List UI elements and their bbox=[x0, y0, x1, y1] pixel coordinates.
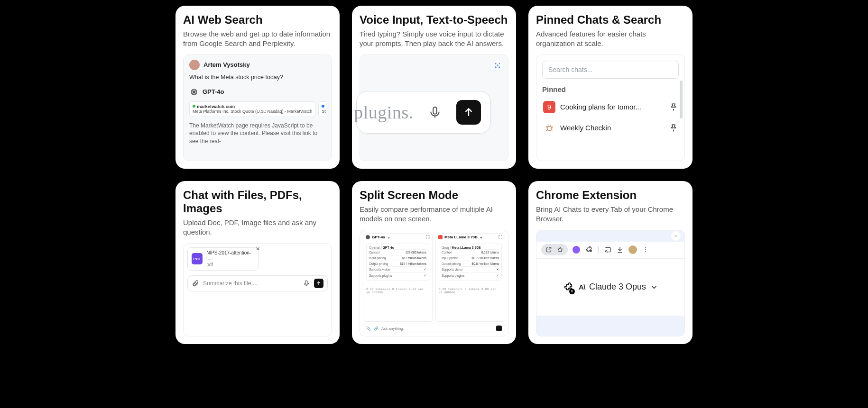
microphone-icon[interactable] bbox=[303, 280, 310, 287]
chat-provider-icon: 9 bbox=[543, 101, 555, 113]
chat-title: Weekly Checkin bbox=[560, 124, 665, 132]
svg-point-7 bbox=[645, 251, 646, 252]
card-title: AI Web Search bbox=[183, 13, 332, 27]
chat-title: Cooking plans for tomor... bbox=[560, 103, 665, 111]
token-stats: 0.00 tokens/s 0 tokens 0.00 sec ¢0.00000… bbox=[436, 286, 505, 295]
card-desc: Browse the web and get up to date inform… bbox=[183, 29, 332, 49]
token-stats: 0.00 tokens/s 0 tokens 0.00 sec ¢0.00000… bbox=[363, 286, 432, 295]
model-selector[interactable]: GPT-4o⌄ ⛶ bbox=[363, 234, 432, 241]
composer-placeholder: Summarize this file.... bbox=[203, 280, 299, 287]
capture-icon[interactable] bbox=[492, 60, 503, 71]
browser-toolbar: | bbox=[536, 242, 684, 259]
card-title: Split Screen Mode bbox=[360, 189, 508, 202]
model-info-box: Groq / Meta LLama 3 70B Context8,192 tok… bbox=[439, 244, 502, 281]
response-text: The MarketWatch page requires JavaScript… bbox=[189, 122, 326, 145]
voice-preview: plugins. bbox=[360, 54, 508, 162]
source-dot-icon bbox=[322, 105, 324, 108]
chevron-down-icon[interactable] bbox=[671, 231, 681, 241]
search-input[interactable]: Search chats... bbox=[542, 61, 679, 79]
svg-point-6 bbox=[645, 249, 646, 250]
user-question: What is the Meta stock price today? bbox=[189, 74, 326, 81]
pin-icon[interactable] bbox=[669, 103, 678, 111]
list-item[interactable]: Weekly Checkin bbox=[542, 119, 679, 137]
card-desc: Tired typing? Simply use voice input to … bbox=[360, 29, 508, 49]
chrome-preview: | 0 A\ Claude 3 Opus bbox=[536, 230, 685, 337]
model-selector[interactable]: Meta LLama 3 70B⌄ ⛶ bbox=[436, 234, 505, 241]
split-preview: GPT-4o⌄ ⛶ Openai / GPT-4o Context128,000… bbox=[360, 230, 508, 337]
file-chip[interactable]: PDF NIPS-2017-attention-i... pdf ✕ bbox=[187, 247, 259, 271]
card-desc: Advanced features for easier chats organ… bbox=[536, 29, 685, 49]
avatar[interactable] bbox=[628, 245, 637, 254]
paperclip-icon[interactable]: 📎 bbox=[366, 326, 371, 331]
scrollbar[interactable] bbox=[680, 81, 683, 118]
paperclip-icon[interactable] bbox=[192, 280, 199, 287]
openai-icon bbox=[366, 235, 370, 239]
search-placeholder: Search chats... bbox=[548, 66, 592, 73]
more-icon[interactable] bbox=[642, 246, 649, 254]
card-chat-with-files: Chat with Files, PDFs, Images Upload Doc… bbox=[175, 181, 340, 344]
expand-icon[interactable]: ⛶ bbox=[499, 235, 502, 239]
card-chrome-extension: Chrome Extension Bring AI Chats to every… bbox=[528, 181, 693, 344]
user-name: Artem Vysotsky bbox=[203, 61, 250, 68]
groq-icon bbox=[438, 235, 443, 239]
open-icon[interactable] bbox=[545, 246, 553, 254]
cast-icon[interactable] bbox=[604, 246, 611, 254]
pinned-preview: Search chats... Pinned 9 Cooking plans f… bbox=[536, 54, 685, 162]
pin-icon[interactable] bbox=[669, 124, 678, 132]
ai-search-preview: Artem Vysotsky What is the Meta stock pr… bbox=[183, 54, 332, 162]
card-title: Pinned Chats & Search bbox=[536, 13, 685, 27]
anthropic-icon: A\ bbox=[579, 283, 585, 291]
pdf-icon: PDF bbox=[192, 253, 203, 264]
avatar bbox=[189, 60, 200, 70]
chevron-down-icon bbox=[650, 283, 658, 291]
card-title: Voice Input, Text-to-Speech bbox=[360, 13, 508, 27]
source-dot-icon bbox=[193, 105, 195, 108]
source-list: marketwatch.com Meta Platforms Inc. Stoc… bbox=[189, 101, 326, 117]
section-label-pinned: Pinned bbox=[542, 85, 679, 93]
card-title: Chat with Files, PDFs, Images bbox=[183, 189, 332, 215]
svg-rect-3 bbox=[547, 126, 551, 130]
composer-input[interactable]: 📎 🔗 Ask anything. bbox=[363, 324, 505, 333]
model-selector[interactable]: A\ Claude 3 Opus bbox=[579, 282, 658, 292]
composer-placeholder-text: plugins. bbox=[354, 102, 413, 123]
split-column-right: Meta LLama 3 70B⌄ ⛶ Groq / Meta LLama 3 … bbox=[435, 233, 505, 322]
expand-icon[interactable]: ⛶ bbox=[426, 235, 430, 239]
svg-point-5 bbox=[645, 247, 646, 248]
card-ai-web-search: AI Web Search Browse the web and get up … bbox=[175, 6, 340, 169]
chat-provider-icon bbox=[543, 122, 555, 134]
link-icon[interactable]: 🔗 bbox=[374, 326, 379, 331]
puzzle-icon[interactable] bbox=[585, 246, 592, 254]
microphone-icon[interactable] bbox=[425, 102, 445, 122]
card-desc: Upload Doc, PDF, Image files and ask any… bbox=[183, 218, 332, 237]
svg-point-1 bbox=[497, 64, 498, 65]
extension-count-badge: 0 bbox=[569, 289, 575, 294]
composer-placeholder: Ask anything. bbox=[381, 326, 404, 331]
send-button[interactable] bbox=[314, 279, 323, 288]
send-button[interactable] bbox=[456, 100, 481, 125]
send-button[interactable] bbox=[496, 326, 502, 331]
model-name: GPT-4o bbox=[203, 88, 224, 95]
composer-input[interactable]: plugins. bbox=[356, 91, 490, 134]
star-icon[interactable] bbox=[556, 246, 564, 254]
source-card[interactable]: marketwatch.com Meta Platforms Inc. Stoc… bbox=[189, 101, 315, 117]
composer-input[interactable]: Summarize this file.... bbox=[187, 275, 328, 291]
card-desc: Bring AI Chats to every Tab of your Chro… bbox=[536, 205, 685, 224]
card-pinned-chats: Pinned Chats & Search Advanced features … bbox=[528, 6, 693, 169]
card-split-screen: Split Screen Mode Easily compare perform… bbox=[352, 181, 516, 344]
card-title: Chrome Extension bbox=[536, 189, 685, 202]
model-info-box: Openai / GPT-4o Context128,000 tokens In… bbox=[366, 244, 429, 281]
extension-puzzle-icon[interactable]: 0 bbox=[563, 282, 573, 292]
download-icon[interactable] bbox=[616, 246, 624, 254]
source-card[interactable]: investor.fb.com Stock Info - Meta Invest… bbox=[318, 101, 326, 117]
extension-dot-icon[interactable] bbox=[573, 246, 580, 254]
openai-icon bbox=[189, 87, 199, 97]
chevron-down-icon: ⌄ bbox=[387, 235, 390, 239]
split-column-left: GPT-4o⌄ ⛶ Openai / GPT-4o Context128,000… bbox=[363, 233, 433, 322]
list-item[interactable]: 9 Cooking plans for tomor... bbox=[542, 98, 679, 116]
svg-rect-2 bbox=[433, 107, 437, 114]
card-voice-input: Voice Input, Text-to-Speech Tired typing… bbox=[352, 6, 516, 169]
model-name: Claude 3 Opus bbox=[589, 282, 646, 292]
svg-rect-4 bbox=[305, 281, 307, 284]
close-icon[interactable]: ✕ bbox=[256, 246, 260, 252]
file-ext: pdf bbox=[206, 262, 254, 268]
